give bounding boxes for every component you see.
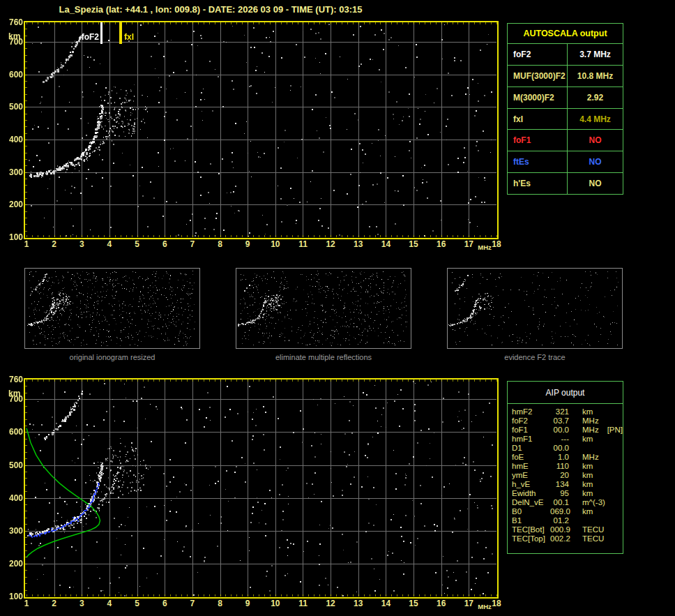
param-value: NO — [567, 130, 623, 151]
param-unit: km — [582, 435, 593, 444]
x-axis-tick-label: 12 — [321, 240, 340, 249]
x-axis-tick-label: 5 — [128, 599, 146, 608]
param-value: --- — [550, 435, 569, 444]
autoscala-row: ftEsNO — [508, 151, 623, 172]
param-value: 000.9 — [550, 525, 569, 534]
x-axis-tick-label: 16 — [432, 599, 450, 608]
aip-row: B0069.0km — [512, 507, 623, 516]
y-axis-tick-label: 500 — [1, 461, 23, 470]
param-value: 4.4 MHz — [567, 109, 623, 130]
x-axis-tick-label: 4 — [100, 599, 119, 608]
x-axis-tick-label: 4 — [100, 240, 119, 249]
aip-row: h_vE134km — [512, 480, 623, 489]
autoscala-row: h'EsNO — [508, 172, 623, 194]
x-axis-tick-label: 7 — [183, 599, 202, 608]
param-unit: km — [582, 407, 593, 416]
x-axis-tick-label: 10 — [266, 240, 285, 249]
x-axis-tick-label: 9 — [238, 599, 257, 608]
param-unit: TECU — [582, 525, 604, 534]
autoscala-row: fxI4.4 MHz — [508, 108, 623, 130]
autoscala-row: M(3000)F22.92 — [508, 87, 623, 108]
x-axis-tick-label: 8 — [211, 599, 229, 608]
y-axis-unit-label: km — [8, 32, 20, 41]
x-axis-tick-label: 12 — [321, 599, 340, 608]
aip-output-table: AIP output hmF2321kmfoF203.7MHzfoF100.0M… — [507, 381, 623, 554]
param-value: 03.7 — [550, 416, 569, 426]
aip-row: Ewidth95km — [512, 489, 623, 498]
x-axis-tick-label: 17 — [460, 240, 478, 249]
aip-row: ymE20km — [512, 471, 623, 480]
param-name: fxI — [508, 114, 567, 124]
y-axis-tick-label: 200 — [1, 559, 23, 569]
x-axis-tick-label: 2 — [45, 240, 63, 249]
autoscala-row: foF1NO — [508, 129, 623, 151]
aip-row: TEC[Bot]000.9TECU — [512, 525, 623, 534]
param-name: hmE — [512, 462, 550, 471]
param-name: D1 — [512, 444, 550, 453]
param-flag: [PN] — [607, 426, 623, 435]
y-axis-tick-label: 500 — [1, 103, 23, 112]
x-axis-tick-label: 15 — [404, 599, 423, 608]
x-axis-tick-label: 15 — [404, 240, 423, 249]
autoscala-row: foF23.7 MHz — [508, 43, 623, 65]
param-name: TEC[Bot] — [512, 525, 550, 534]
aip-row: TEC[Top]002.2TECU — [512, 534, 623, 543]
param-value: 95 — [550, 489, 569, 498]
x-axis-tick-label: 5 — [128, 240, 146, 249]
aip-row: hmE110km — [512, 462, 623, 471]
x-axis-tick-label: 13 — [349, 599, 367, 608]
param-unit: km — [582, 507, 593, 516]
param-name: Ewidth — [512, 489, 550, 498]
param-name: h'Es — [508, 179, 567, 188]
y-axis-tick-label: 760 — [1, 18, 23, 27]
aip-table-header: AIP output — [508, 382, 623, 404]
param-unit: km — [582, 471, 593, 480]
param-name: B1 — [512, 516, 550, 525]
x-axis-tick-label: 10 — [266, 599, 285, 608]
param-name: foF2 — [508, 50, 567, 59]
y-axis-tick-label: 600 — [1, 70, 23, 80]
autoscala-window: La_Spezia (lat: +44.1 , lon: 009.8) - DA… — [0, 0, 675, 616]
param-name: hmF2 — [512, 407, 550, 416]
param-value: 3.7 MHz — [567, 44, 623, 65]
x-axis-tick-label: 17 — [460, 599, 478, 608]
param-value: 00.0 — [550, 444, 569, 453]
autoscala-table-header: AUTOSCALA output — [508, 24, 623, 43]
thumbnail-caption-eliminate: eliminate multiple reflections — [236, 353, 411, 362]
y-axis-tick-label: 600 — [1, 428, 23, 437]
page-title: La_Spezia (lat: +44.1 , lon: 009.8) - DA… — [28, 4, 393, 15]
aip-row: hmF2321km — [512, 407, 623, 416]
aip-row: DelN_vE00.1m^(-3) — [512, 498, 623, 507]
x-axis-tick-label: 8 — [211, 240, 229, 249]
x-axis-tick-label: 7 — [183, 240, 202, 249]
param-unit: km — [582, 462, 593, 471]
aip-row: foE1.0MHz — [512, 453, 623, 462]
param-name: ftEs — [508, 157, 567, 167]
param-value: NO — [567, 151, 623, 172]
param-value: 00.1 — [550, 498, 569, 507]
param-name: foF1 — [512, 426, 550, 435]
fxi-marker-label: fxI — [124, 33, 134, 42]
param-name: h_vE — [512, 480, 550, 489]
y-axis-tick-label: 200 — [1, 200, 23, 209]
param-name: MUF(3000)F2 — [508, 71, 567, 81]
x-axis-tick-label: 6 — [156, 599, 174, 608]
param-name: foE — [512, 453, 550, 462]
param-value: 321 — [550, 407, 569, 416]
aip-row: hmF1---km — [512, 435, 623, 444]
thumbnail-caption-evidence: evidence F2 trace — [447, 353, 623, 362]
y-axis-tick-label: 400 — [1, 135, 23, 144]
thumbnail-eliminate-multiple-reflections — [236, 268, 411, 349]
param-name: B0 — [512, 507, 550, 516]
x-axis-tick-label: 16 — [432, 240, 450, 249]
y-axis-tick-label: 300 — [1, 527, 23, 536]
x-axis-unit-label: MHz — [476, 603, 493, 610]
param-unit: m^(-3) — [582, 498, 605, 507]
param-name: hmF1 — [512, 435, 550, 444]
aip-table-rows: hmF2321kmfoF203.7MHzfoF100.0MHz[PN]hmF1-… — [508, 404, 623, 543]
x-axis-tick-label: 3 — [73, 240, 91, 249]
y-axis-tick-label: 300 — [1, 168, 23, 177]
ionogram-plot-bottom — [24, 378, 499, 599]
aip-row: foF203.7MHz — [512, 416, 623, 426]
param-unit: MHz — [582, 416, 599, 426]
